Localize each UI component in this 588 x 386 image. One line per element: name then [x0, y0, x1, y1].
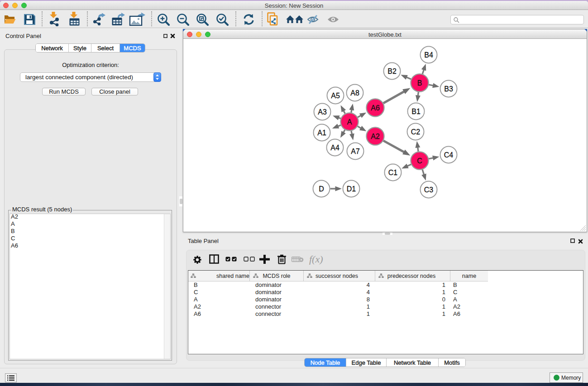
svg-text:A4: A4 [330, 144, 339, 152]
svg-text:A2: A2 [371, 133, 380, 140]
svg-text:B3: B3 [444, 85, 453, 93]
svg-text:A5: A5 [331, 92, 340, 100]
svg-text:B: B [417, 79, 422, 87]
svg-text:B4: B4 [424, 51, 433, 59]
svg-text:A6: A6 [371, 104, 380, 112]
svg-text:D: D [319, 185, 324, 193]
svg-text:A1: A1 [317, 129, 326, 137]
svg-text:C: C [417, 157, 422, 165]
svg-text:B1: B1 [411, 108, 421, 115]
svg-text:C3: C3 [424, 186, 434, 194]
svg-text:A7: A7 [351, 148, 360, 155]
svg-text:A3: A3 [318, 108, 327, 116]
svg-text:C1: C1 [388, 169, 398, 176]
svg-text:C2: C2 [411, 128, 421, 136]
svg-text:C4: C4 [444, 151, 454, 159]
svg-text:A8: A8 [350, 89, 359, 97]
svg-text:A: A [347, 118, 352, 126]
svg-text:B2: B2 [387, 67, 397, 75]
svg-text:D1: D1 [347, 185, 356, 193]
